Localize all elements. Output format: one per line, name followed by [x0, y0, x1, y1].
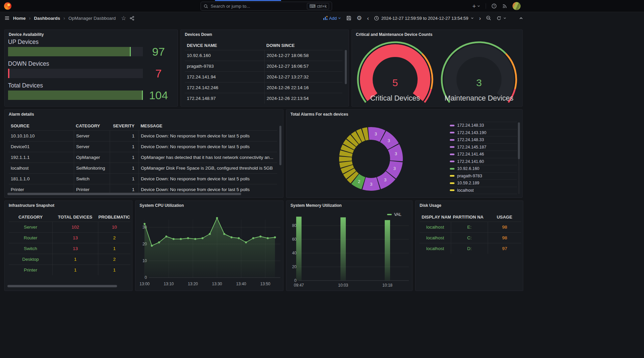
panel-title[interactable]: Infrastructure Snapshot: [9, 203, 54, 208]
cell-category: Switch: [74, 174, 110, 184]
column-header[interactable]: SOURCE: [9, 123, 74, 128]
cell-problematic: 10: [98, 222, 130, 232]
column-header[interactable]: PROBLEMATIC: [98, 215, 130, 220]
chevron-down-icon: [477, 4, 480, 8]
refresh-button[interactable]: [496, 16, 506, 21]
panel-title[interactable]: Disk Usage: [420, 203, 441, 208]
grafana-dashboard: ⌨ctrl+k + ? Home › Dashboards › OpManage…: [0, 0, 644, 358]
column-header[interactable]: SEVERITY: [110, 123, 139, 128]
breadcrumb-dashboards[interactable]: Dashboards: [34, 16, 60, 21]
scrollbar-thumb[interactable]: [7, 285, 117, 287]
menu-icon[interactable]: [4, 15, 10, 21]
panel-title[interactable]: Alarm details: [9, 112, 34, 117]
star-icon[interactable]: ☆: [121, 15, 126, 21]
donut-segment-label: 3: [384, 177, 386, 182]
legend-item[interactable]: 172.24.141.46: [450, 151, 517, 158]
legend-item[interactable]: pragath-9783: [450, 172, 517, 180]
data-point-marker: [165, 236, 167, 238]
table-row: localhostC:98: [420, 232, 521, 243]
bar-gauge-label: UP Devices: [8, 39, 174, 46]
cell-message: OpManager Disk Free Space is 2GB, config…: [139, 163, 277, 173]
column-header[interactable]: CATEGORY: [74, 123, 110, 128]
legend-label: localhost: [457, 188, 474, 193]
legend-item[interactable]: 10.92.6.160: [450, 165, 517, 172]
grafana-logo-icon[interactable]: [4, 2, 11, 10]
scrollbar-thumb[interactable]: [345, 50, 347, 84]
column-header[interactable]: DOWN SINCE: [264, 43, 342, 48]
cell-down-since: 2024-12-27 18:06:58: [264, 50, 342, 61]
clock-icon: [374, 16, 379, 21]
y-tick-label: 40: [292, 251, 297, 255]
scrollbar-thumb[interactable]: [518, 122, 520, 159]
zoom-out-icon[interactable]: [486, 15, 491, 21]
data-point-marker: [216, 217, 218, 219]
table-row: 192.1.1.1OpManager1OpManager has detecte…: [9, 152, 277, 163]
bar: [296, 217, 302, 281]
time-back-button[interactable]: ‹: [367, 15, 369, 21]
news-button[interactable]: [502, 4, 507, 9]
bar-gauge: UP Devices97: [8, 39, 174, 57]
panel-title[interactable]: Devices Down: [185, 32, 212, 37]
legend-item[interactable]: 10.59.2.189: [450, 179, 517, 187]
collapse-toolbar-icon[interactable]: [519, 16, 523, 20]
cell-down-since: 2024-12-27 13:27:32: [264, 72, 342, 82]
share-icon[interactable]: [129, 16, 135, 21]
cell-problematic: 1: [98, 243, 130, 254]
scrollbar-thumb[interactable]: [7, 193, 241, 195]
column-header[interactable]: PARTITION NA: [451, 215, 488, 220]
cell-down-since: 2024-12-26 22:14:16: [264, 82, 342, 93]
table-row: pragath-97832024-12-27 16:06:57: [185, 61, 342, 71]
scrollbar-thumb[interactable]: [279, 126, 281, 165]
search-input[interactable]: [211, 4, 305, 9]
legend-item[interactable]: 172.24.148.33: [450, 136, 517, 143]
legend-item[interactable]: 172.24.141.60: [450, 158, 517, 165]
panel-title[interactable]: Total Alarms For each devices: [290, 112, 348, 117]
user-avatar[interactable]: [513, 2, 521, 10]
x-tick-label: 13:20: [188, 282, 198, 286]
table-row: Device01Server1Device Down: No response …: [9, 141, 277, 152]
question-circle-icon: ?: [491, 3, 497, 9]
table-row: localhostD:97: [420, 243, 521, 254]
cell-category: SelfMonitoring: [74, 163, 110, 173]
line-area-fill: [145, 218, 275, 278]
legend-label: 172.24.145.187: [457, 145, 486, 150]
time-range-picker[interactable]: 2024-12-27 12:59:59 to 2024-12-27 13:54:…: [374, 16, 474, 21]
panel-device-availability: Device Availability UP Devices97DOWN Dev…: [4, 29, 178, 107]
legend-item[interactable]: VAL: [387, 212, 401, 217]
bar-gauge-track: [8, 47, 143, 56]
x-tick-label: 10:18: [382, 283, 392, 288]
legend-swatch: [387, 214, 392, 215]
legend-item[interactable]: 172.24.148.33: [450, 122, 517, 129]
legend-item[interactable]: 172.24.145.187: [450, 143, 517, 151]
legend-item[interactable]: localhost: [450, 187, 517, 194]
add-panel-button[interactable]: Add: [323, 15, 341, 21]
column-header[interactable]: TOTAL DEVICES: [52, 215, 98, 220]
devices-down-table: DEVICE NAMEDOWN SINCE10.92.6.1602024-12-…: [185, 41, 342, 104]
panel-title[interactable]: Device Availability: [9, 32, 44, 37]
table-row: Switch131: [9, 243, 130, 254]
legend-item[interactable]: 172.24.141.94: [450, 194, 517, 194]
column-header[interactable]: DISPLAY NAM: [420, 215, 451, 220]
y-tick-label: 20: [292, 264, 297, 269]
column-header[interactable]: CATEGORY: [9, 215, 52, 220]
data-point-marker: [223, 233, 225, 235]
column-header[interactable]: MESSAGE: [139, 123, 277, 128]
cell-total-devices: 1: [52, 254, 98, 264]
legend-item[interactable]: 172.24.143.190: [450, 129, 517, 136]
cell-partition-name: E:: [451, 222, 488, 232]
settings-gear-icon[interactable]: ⚙: [357, 15, 362, 21]
search-bar[interactable]: ⌨ctrl+k: [201, 2, 332, 11]
column-header[interactable]: USAGE: [488, 215, 521, 220]
column-header[interactable]: DEVICE NAME: [185, 43, 264, 48]
refresh-icon: [496, 16, 501, 21]
add-menu-button[interactable]: +: [472, 3, 480, 9]
cell-device-name: 172.24.141.94: [185, 74, 264, 79]
top-nav-bar: ⌨ctrl+k + ?: [0, 0, 644, 12]
data-point-marker: [194, 238, 196, 240]
cell-severity: 1: [110, 163, 139, 173]
time-forward-button[interactable]: ›: [479, 15, 481, 21]
panel-title[interactable]: Critical and Maintenance Device Counts: [356, 32, 432, 37]
save-icon[interactable]: [346, 15, 352, 21]
help-button[interactable]: ?: [491, 3, 497, 9]
breadcrumb-home[interactable]: Home: [13, 16, 26, 21]
